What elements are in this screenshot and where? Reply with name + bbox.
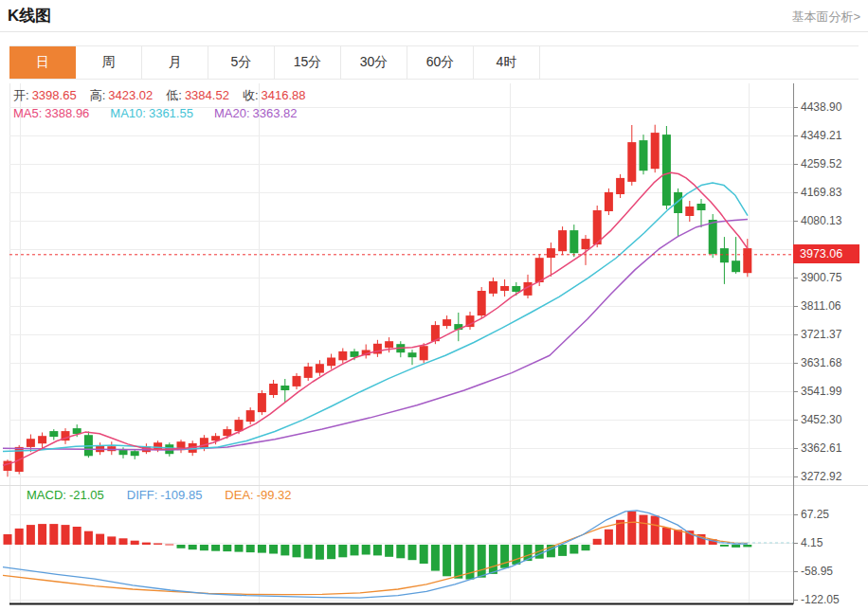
ohlc-row-low: 低:3384.52 bbox=[166, 88, 243, 102]
macd-tick-label: 4.15 bbox=[801, 536, 823, 549]
kline-chart-canvas[interactable]: 4438.904349.214259.524169.834080.133990.… bbox=[0, 81, 868, 611]
period-tabbar: 日周月5分15分30分60分4时 bbox=[9, 45, 859, 80]
ohlc-row-high: 高:3423.02 bbox=[90, 88, 167, 102]
ma10-label: MA10: bbox=[110, 106, 146, 120]
price-tick-label: 3811.06 bbox=[801, 299, 841, 313]
ohlc-row-close: 收:3416.88 bbox=[243, 88, 319, 102]
macd-histogram bbox=[4, 512, 752, 580]
price-tick-label: 3452.30 bbox=[801, 413, 842, 426]
period-tab-2[interactable]: 月 bbox=[142, 46, 208, 79]
ohlc-info-row: 开:3398.65高:3423.02低:3384.52收:3416.88 bbox=[13, 87, 319, 104]
current-price-badge: 3973.06 bbox=[793, 244, 859, 263]
price-tick-label: 3362.61 bbox=[801, 441, 842, 455]
open-value: 3398.65 bbox=[32, 88, 77, 102]
ma5-value: 3388.96 bbox=[45, 106, 89, 120]
diff-label: DIFF: bbox=[127, 488, 158, 502]
close-value: 3416.88 bbox=[262, 88, 306, 102]
candles-layer bbox=[4, 125, 752, 477]
ma5-line bbox=[3, 172, 748, 465]
dea-value: -99.32 bbox=[257, 488, 292, 502]
price-tick-label: 3900.75 bbox=[801, 271, 842, 284]
gridlines bbox=[0, 83, 868, 603]
period-tab-7[interactable]: 4时 bbox=[474, 46, 540, 79]
ma20-value: 3363.82 bbox=[253, 106, 298, 120]
close-label: 收: bbox=[243, 88, 259, 102]
price-tick-label: 4438.90 bbox=[801, 100, 842, 114]
ma10-value: 3361.55 bbox=[149, 106, 193, 120]
period-tab-1[interactable]: 周 bbox=[76, 46, 142, 79]
ohlc-row-open: 开:3398.65 bbox=[13, 88, 90, 102]
macd-tick-label: -122.05 bbox=[801, 593, 840, 606]
ma-info-row: MA5:3388.96MA10:3361.55MA20:3363.82 bbox=[13, 106, 318, 120]
kline-page: K线图 基本面分析> 日周月5分15分30分60分4时 4438.904349.… bbox=[0, 0, 868, 611]
page-title: K线图 bbox=[8, 5, 51, 27]
macd-tick-label: -58.95 bbox=[801, 565, 833, 578]
ma-row-ma5: MA5:3388.96 bbox=[13, 106, 89, 120]
fundamental-analysis-link[interactable]: 基本面分析> bbox=[791, 9, 860, 26]
macd-label: MACD: bbox=[27, 488, 66, 502]
period-tab-5[interactable]: 30分 bbox=[341, 46, 407, 79]
open-label: 开: bbox=[13, 88, 29, 102]
price-tick-label: 3721.37 bbox=[801, 328, 842, 341]
title-divider bbox=[0, 31, 868, 32]
ma-row-ma20: MA20:3363.82 bbox=[214, 106, 298, 120]
period-tab-3[interactable]: 5分 bbox=[208, 46, 275, 79]
dea-label: DEA: bbox=[225, 488, 253, 502]
diff-value: -109.85 bbox=[160, 488, 202, 502]
macd-legend-diff: DIFF:-109.85 bbox=[127, 488, 203, 502]
ma5-label: MA5: bbox=[13, 106, 42, 120]
period-tab-0[interactable]: 日 bbox=[9, 46, 76, 79]
y-axis: 4438.904349.214259.524169.834080.133990.… bbox=[793, 83, 842, 606]
chart-area: 4438.904349.214259.524169.834080.133990.… bbox=[0, 81, 868, 611]
price-tick-label: 4169.83 bbox=[801, 186, 842, 199]
macd-legend-row: MACD:-21.05DIFF:-109.85DEA:-99.32 bbox=[27, 488, 315, 502]
price-tick-label: 3541.99 bbox=[801, 385, 842, 398]
macd-legend-macd: MACD:-21.05 bbox=[27, 488, 104, 502]
price-tick-label: 3631.68 bbox=[801, 356, 842, 369]
price-tick-label: 4349.21 bbox=[801, 129, 842, 142]
ma-row-ma10: MA10:3361.55 bbox=[110, 106, 193, 120]
macd-tick-label: 67.25 bbox=[801, 508, 829, 521]
macd-value: -21.05 bbox=[69, 488, 104, 502]
period-tab-6[interactable]: 60分 bbox=[407, 46, 474, 79]
high-value: 3423.02 bbox=[108, 88, 153, 102]
price-tick-label: 4080.13 bbox=[801, 214, 842, 227]
ma20-label: MA20: bbox=[214, 106, 250, 120]
low-value: 3384.52 bbox=[185, 88, 229, 102]
ma10-line bbox=[3, 183, 748, 452]
high-label: 高: bbox=[90, 88, 106, 102]
price-tick-label: 4259.52 bbox=[801, 157, 842, 171]
low-label: 低: bbox=[166, 88, 182, 102]
macd-legend-dea: DEA:-99.32 bbox=[225, 488, 291, 502]
price-tick-label: 3272.92 bbox=[801, 470, 842, 483]
period-tab-4[interactable]: 15分 bbox=[275, 46, 341, 79]
